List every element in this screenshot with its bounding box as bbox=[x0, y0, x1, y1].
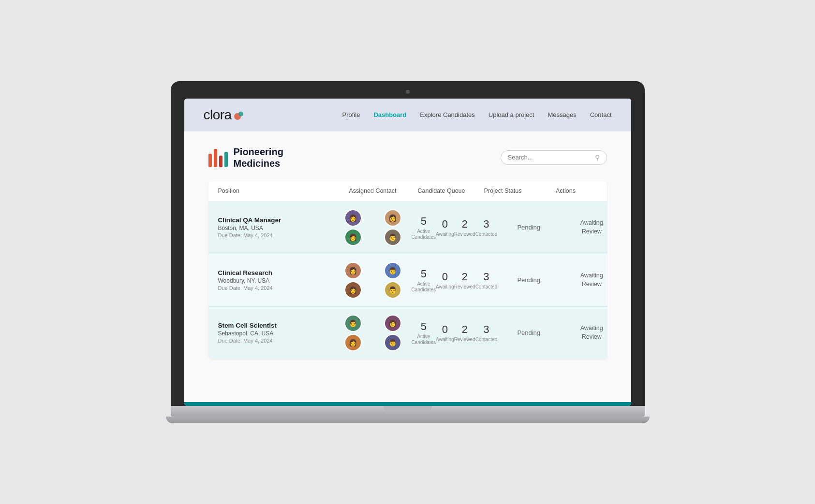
queue-contacted: 3 Contacted bbox=[475, 271, 498, 290]
queue-reviewed: 2 Reviewed bbox=[454, 323, 475, 343]
queue-cell: 5 Active Candidates 0 Awaiting 2 Reviewe… bbox=[412, 268, 498, 293]
avatar: 👨 bbox=[384, 229, 401, 246]
position-title: Clinical Research bbox=[218, 269, 334, 276]
search-box[interactable]: ⚲ bbox=[501, 150, 607, 165]
col-position: Position bbox=[218, 187, 334, 194]
screen-bezel: clora Profile Dashboard Explore Candidat… bbox=[171, 81, 645, 406]
nav-upload[interactable]: Upload a project bbox=[489, 111, 534, 118]
position-cell: Stem Cell Scientist Sebastopol, CA, USA … bbox=[218, 322, 334, 344]
table-row[interactable]: Stem Cell Scientist Sebastopol, CA, USA … bbox=[208, 307, 607, 359]
bars-icon bbox=[208, 148, 228, 167]
laptop-bottom bbox=[171, 406, 645, 417]
status-cell: Pending bbox=[497, 276, 560, 284]
queue-awaiting: 0 Awaiting bbox=[436, 271, 454, 290]
col-queue: Candidate Queue bbox=[412, 187, 472, 194]
search-input[interactable] bbox=[508, 154, 591, 161]
queue-reviewed: 2 Reviewed bbox=[454, 218, 475, 237]
avatar: 👩 bbox=[384, 315, 401, 332]
avatar: 👩 bbox=[344, 334, 362, 351]
queue-active: 5 Active Candidates bbox=[412, 268, 436, 293]
svg-point-1 bbox=[238, 112, 243, 116]
col-status: Project Status bbox=[472, 187, 534, 194]
laptop-screen: clora Profile Dashboard Explore Candidat… bbox=[184, 99, 631, 406]
avatar: 👨 bbox=[384, 281, 401, 299]
data-table: Position Assigned Contact Candidate Queu… bbox=[208, 181, 607, 359]
avatar: 👩 bbox=[384, 209, 401, 227]
queue-cell: 5 Active Candidates 0 Awaiting 2 Reviewe… bbox=[412, 215, 498, 240]
position-due: Due Date: May 4, 2024 bbox=[218, 338, 334, 344]
search-icon: ⚲ bbox=[595, 154, 600, 161]
table-header: Position Assigned Contact Candidate Queu… bbox=[208, 181, 607, 202]
logo-text: clora bbox=[204, 107, 232, 123]
logo-icon bbox=[234, 110, 244, 120]
avatar: 👨 bbox=[384, 262, 401, 279]
col-contact: Assigned Contact bbox=[334, 187, 412, 194]
contacts-cell: 👨 👩 👩 👨 bbox=[334, 315, 412, 351]
contacts-cell: 👩 👩 👩 👨 bbox=[334, 209, 412, 246]
position-due: Due Date: May 4, 2024 bbox=[218, 285, 334, 291]
navbar: clora Profile Dashboard Explore Candidat… bbox=[184, 99, 631, 131]
avatar: 👨 bbox=[384, 334, 401, 351]
nav-profile[interactable]: Profile bbox=[342, 111, 360, 118]
contacts-cell: 👩 👨 👩 👨 bbox=[334, 262, 412, 299]
actions-cell[interactable]: Awaiting Review bbox=[560, 272, 607, 288]
position-title: Stem Cell Scientist bbox=[218, 322, 334, 329]
position-location: Sebastopol, CA, USA bbox=[218, 330, 334, 337]
col-actions: Actions bbox=[534, 187, 597, 194]
queue-awaiting: 0 Awaiting bbox=[436, 323, 454, 343]
queue-active: 5 Active Candidates bbox=[412, 215, 436, 240]
position-cell: Clinical Research Woodbury, NY, USA Due … bbox=[218, 269, 334, 291]
laptop-base bbox=[166, 417, 650, 423]
laptop-notch bbox=[384, 406, 432, 411]
position-cell: Clinical QA Manager Boston, MA, USA Due … bbox=[218, 216, 334, 238]
avatar: 👩 bbox=[344, 281, 362, 299]
footer-bar bbox=[184, 402, 631, 406]
queue-contacted: 3 Contacted bbox=[475, 218, 498, 237]
position-location: Woodbury, NY, USA bbox=[218, 277, 334, 284]
company-logo: Pioneering Medicines bbox=[208, 146, 283, 169]
nav-contact[interactable]: Contact bbox=[590, 111, 612, 118]
company-name: Pioneering Medicines bbox=[234, 146, 283, 169]
nav-dashboard[interactable]: Dashboard bbox=[373, 111, 406, 118]
table-row[interactable]: Clinical QA Manager Boston, MA, USA Due … bbox=[208, 202, 607, 254]
queue-contacted: 3 Contacted bbox=[475, 323, 498, 343]
status-cell: Pending bbox=[497, 329, 560, 336]
queue-active: 5 Active Candidates bbox=[412, 320, 436, 346]
logo: clora bbox=[204, 107, 244, 123]
avatar: 👩 bbox=[344, 229, 362, 246]
nav-explore[interactable]: Explore Candidates bbox=[420, 111, 474, 118]
status-cell: Pending bbox=[497, 224, 560, 231]
position-location: Boston, MA, USA bbox=[218, 225, 334, 231]
nav-links: Profile Dashboard Explore Candidates Upl… bbox=[342, 111, 612, 118]
avatar: 👩 bbox=[344, 209, 362, 227]
queue-reviewed: 2 Reviewed bbox=[454, 271, 475, 290]
queue-awaiting: 0 Awaiting bbox=[436, 218, 454, 237]
nav-messages[interactable]: Messages bbox=[548, 111, 576, 118]
table-row[interactable]: Clinical Research Woodbury, NY, USA Due … bbox=[208, 254, 607, 307]
queue-cell: 5 Active Candidates 0 Awaiting 2 Reviewe… bbox=[412, 320, 498, 346]
actions-cell[interactable]: Awaiting Review bbox=[560, 219, 607, 236]
laptop-frame: clora Profile Dashboard Explore Candidat… bbox=[171, 81, 645, 423]
company-header: Pioneering Medicines ⚲ bbox=[208, 146, 607, 169]
camera bbox=[406, 90, 410, 94]
main-content: Pioneering Medicines ⚲ Position Assigned bbox=[184, 131, 631, 402]
position-title: Clinical QA Manager bbox=[218, 216, 334, 224]
position-due: Due Date: May 4, 2024 bbox=[218, 232, 334, 238]
avatar: 👩 bbox=[344, 262, 362, 279]
avatar: 👨 bbox=[344, 315, 362, 332]
actions-cell[interactable]: Awaiting Review bbox=[560, 324, 607, 341]
